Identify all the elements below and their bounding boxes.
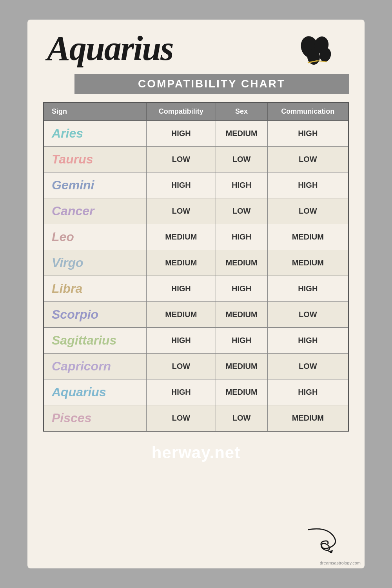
communication-cell: HIGH (267, 121, 348, 147)
compatibility-cell: LOW (147, 405, 216, 432)
col-communication: Communication (267, 102, 348, 121)
communication-cell: HIGH (267, 172, 348, 198)
sign-cell: Capricorn (44, 354, 147, 379)
communication-cell: LOW (267, 302, 348, 328)
table-row: SagittariusHIGHHIGHHIGH (44, 328, 348, 354)
compatibility-table: Sign Compatibility Sex Communication Ari… (43, 102, 349, 432)
sex-cell: HIGH (216, 224, 267, 250)
compatibility-cell: MEDIUM (147, 224, 216, 250)
table-row: PiscesLOWLOWMEDIUM (44, 405, 348, 432)
footer-url: herway.net (43, 443, 349, 462)
sex-cell: MEDIUM (216, 354, 267, 379)
sign-cell: Libra (44, 276, 147, 302)
sex-cell: LOW (216, 405, 267, 432)
compatibility-cell: LOW (147, 354, 216, 379)
table-row: TaurusLOWLOWLOW (44, 147, 348, 172)
table-row: GeminiHIGHHIGHHIGH (44, 172, 348, 198)
attribution-text: dreamsastrology.com (320, 561, 361, 565)
sign-name-label: Aquarius (52, 385, 106, 399)
sex-cell: HIGH (216, 328, 267, 354)
sex-cell: LOW (216, 147, 267, 172)
sex-cell: LOW (216, 198, 267, 224)
sign-name-label: Leo (52, 230, 74, 244)
compatibility-cell: MEDIUM (147, 302, 216, 328)
communication-cell: HIGH (267, 328, 348, 354)
col-sex: Sex (216, 102, 267, 121)
sign-name-label: Aries (52, 126, 83, 140)
sign-name-label: Libra (52, 281, 82, 296)
header-section: Aquarius (43, 31, 349, 66)
communication-cell: MEDIUM (267, 405, 348, 432)
sign-name-label: Cancer (52, 204, 94, 218)
sign-cell: Taurus (44, 147, 147, 172)
compatibility-cell: HIGH (147, 276, 216, 302)
aquarius-symbol-icon (290, 35, 341, 86)
communication-cell: MEDIUM (267, 224, 348, 250)
compatibility-cell: MEDIUM (147, 250, 216, 276)
sign-cell: Cancer (44, 198, 147, 224)
sex-cell: MEDIUM (216, 250, 267, 276)
compatibility-cell: LOW (147, 198, 216, 224)
table-row: ScorpioMEDIUMMEDIUMLOW (44, 302, 348, 328)
sign-name-label: Gemini (52, 178, 94, 192)
col-compatibility: Compatibility (147, 102, 216, 121)
sign-name-label: Virgo (52, 256, 83, 270)
sign-cell: Gemini (44, 172, 147, 198)
sign-cell: Leo (44, 224, 147, 250)
sign-name-label: Scorpio (52, 307, 98, 321)
sign-cell: Virgo (44, 250, 147, 276)
communication-cell: MEDIUM (267, 250, 348, 276)
sign-cell: Sagittarius (44, 328, 147, 354)
footer-decoration (302, 524, 341, 557)
compatibility-cell: HIGH (147, 379, 216, 405)
table-row: AriesHIGHMEDIUMHIGH (44, 121, 348, 147)
sex-cell: HIGH (216, 276, 267, 302)
compatibility-cell: HIGH (147, 172, 216, 198)
sign-cell: Aquarius (44, 379, 147, 405)
main-card: Aquarius COMPATIBILITY CHART Sign Compat… (27, 20, 365, 568)
table-header-row: Sign Compatibility Sex Communication (44, 102, 348, 121)
table-row: LeoMEDIUMHIGHMEDIUM (44, 224, 348, 250)
sex-cell: HIGH (216, 172, 267, 198)
compatibility-cell: LOW (147, 147, 216, 172)
communication-cell: HIGH (267, 379, 348, 405)
communication-cell: LOW (267, 198, 348, 224)
sex-cell: MEDIUM (216, 302, 267, 328)
communication-cell: LOW (267, 147, 348, 172)
sign-cell: Aries (44, 121, 147, 147)
communication-cell: LOW (267, 354, 348, 379)
col-sign: Sign (44, 102, 147, 121)
compatibility-cell: HIGH (147, 121, 216, 147)
compatibility-cell: HIGH (147, 328, 216, 354)
sex-cell: MEDIUM (216, 379, 267, 405)
table-row: LibraHIGHHIGHHIGH (44, 276, 348, 302)
table-row: CapricornLOWMEDIUMLOW (44, 354, 348, 379)
sign-cell: Scorpio (44, 302, 147, 328)
sign-cell: Pisces (44, 405, 147, 432)
table-row: CancerLOWLOWLOW (44, 198, 348, 224)
communication-cell: HIGH (267, 276, 348, 302)
sign-name-label: Sagittarius (52, 333, 116, 347)
sign-name-label: Capricorn (52, 359, 111, 373)
table-row: VirgoMEDIUMMEDIUMMEDIUM (44, 250, 348, 276)
table-row: AquariusHIGHMEDIUMHIGH (44, 379, 348, 405)
footer-section: herway.net (43, 443, 349, 462)
sign-name-label: Pisces (52, 411, 91, 425)
sex-cell: MEDIUM (216, 121, 267, 147)
sign-name-label: Taurus (52, 152, 93, 166)
